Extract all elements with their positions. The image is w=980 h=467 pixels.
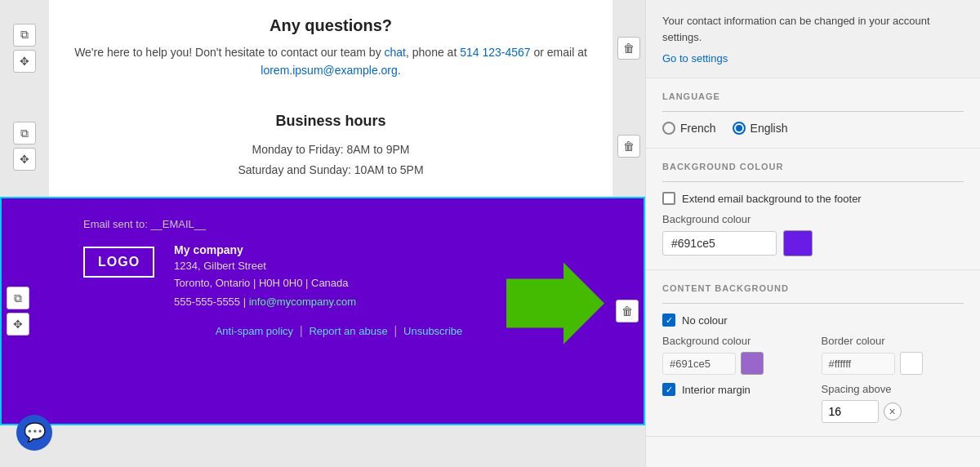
- questions-block: ⧉ ✥ Any questions? We're here to help yo…: [0, 0, 645, 96]
- chat-bubble-button[interactable]: 💬: [16, 415, 52, 451]
- interior-margin-checkbox: ✓: [662, 383, 675, 396]
- content-bg-colour-swatch[interactable]: [741, 352, 764, 375]
- border-colour-group-row: #ffffff: [822, 352, 964, 375]
- footer-links: Anti-spam policy | Report an abuse | Uns…: [83, 324, 595, 337]
- no-colour-checkbox-row[interactable]: ✓ No colour: [662, 314, 964, 327]
- hours-copy-button[interactable]: ⧉: [13, 122, 36, 145]
- spacing-above-group: Spacing above ×: [822, 383, 964, 423]
- language-section-label: LANGUAGE: [662, 91, 964, 101]
- english-radio-option[interactable]: English: [733, 122, 788, 135]
- spacing-above-input-row: ×: [822, 400, 964, 423]
- content-bg-colour-group: Background colour #691ce5: [662, 335, 805, 375]
- background-colour-section: BACKGROUND COLOUR Extend email backgroun…: [646, 149, 980, 270]
- language-divider: [662, 111, 964, 112]
- contact-info-text: Your contact information can be changed …: [662, 13, 964, 45]
- chat-icon: 💬: [24, 422, 46, 443]
- border-colour-group-label: Border colour: [822, 335, 964, 347]
- hours-block-controls-left: ⧉ ✥: [0, 96, 49, 197]
- interior-margin-group: ✓ Interior margin: [662, 383, 805, 396]
- no-colour-label: No colour: [682, 314, 728, 327]
- extend-footer-label: Extend email background to the footer: [682, 193, 862, 205]
- editor-panel: ⧉ ✥ Any questions? We're here to help yo…: [0, 0, 645, 467]
- content-bg-colour-group-row: #691ce5: [662, 352, 805, 375]
- hours-move-button[interactable]: ✥: [13, 148, 36, 171]
- questions-block-content: Any questions? We're here to help you! D…: [49, 0, 612, 96]
- footer-block: ⧉ ✥ Email sent to: __EMAIL__ LOGO My com…: [0, 197, 645, 425]
- spacing-above-label: Spacing above: [822, 383, 964, 395]
- language-row: French English: [662, 122, 964, 135]
- footer-delete-button[interactable]: 🗑: [616, 300, 639, 322]
- content-bg-colour-text: #691ce5: [662, 353, 736, 375]
- english-radio-circle: [733, 122, 746, 135]
- footer-address-line1: 1234, Gilbert Street: [174, 258, 595, 275]
- phone-link[interactable]: 514 123-4567: [460, 46, 530, 59]
- content-background-section: CONTENT BACKGROUND ✓ No colour Backgroun…: [646, 270, 980, 437]
- settings-panel: Your contact information can be changed …: [645, 0, 980, 467]
- french-radio-circle: [662, 122, 675, 135]
- questions-delete-button[interactable]: 🗑: [617, 37, 640, 60]
- content-background-label: CONTENT BACKGROUND: [662, 283, 964, 293]
- questions-copy-button[interactable]: ⧉: [13, 24, 36, 47]
- language-section: LANGUAGE French English: [646, 78, 980, 149]
- footer-phone-email: 555-555-5555 | info@mycompany.com: [174, 296, 595, 308]
- footer-info: My company 1234, Gilbert Street Toronto,…: [174, 243, 595, 308]
- footer-company: My company: [174, 243, 595, 256]
- border-colour-group: Border colour #ffffff: [822, 335, 964, 375]
- footer-email-line: Email sent to: __EMAIL__: [83, 218, 595, 230]
- interior-margin-label: Interior margin: [682, 384, 751, 396]
- bg-colour-label: Background colour: [662, 213, 964, 225]
- content-bg-colour-row: Background colour #691ce5 Border colour …: [662, 335, 964, 375]
- hours-title: Business hours: [74, 113, 588, 130]
- footer-block-controls-left: ⧉ ✥: [0, 280, 36, 342]
- content-bg-colour-group-label: Background colour: [662, 335, 805, 347]
- background-colour-section-label: BACKGROUND COLOUR: [662, 162, 964, 171]
- no-colour-checkbox: ✓: [662, 314, 675, 327]
- french-radio-option[interactable]: French: [662, 122, 716, 135]
- chat-link[interactable]: chat: [385, 46, 406, 59]
- bg-colour-swatch[interactable]: [783, 230, 813, 256]
- border-colour-text: #ffffff: [822, 353, 895, 375]
- unsubscribe-link[interactable]: Unsubscribe: [403, 325, 462, 337]
- spacing-above-clear-button[interactable]: ×: [884, 403, 902, 420]
- content-bg-divider: [662, 303, 964, 304]
- questions-title: Any questions?: [74, 16, 588, 35]
- footer-email-link[interactable]: info@mycompany.com: [249, 296, 356, 308]
- french-label: French: [680, 122, 716, 135]
- bg-colour-input-row: [662, 230, 964, 256]
- footer-move-button[interactable]: ✥: [7, 313, 29, 336]
- hours-block-content: Business hours Monday to Friday: 8AM to …: [49, 96, 612, 197]
- questions-block-controls-left: ⧉ ✥: [0, 0, 49, 96]
- footer-copy-button[interactable]: ⧉: [7, 287, 29, 309]
- hours-text: Monday to Friday: 8AM to 9PM Saturday an…: [74, 140, 588, 180]
- footer-logo: LOGO: [83, 247, 154, 278]
- spacing-above-input[interactable]: [822, 400, 879, 423]
- border-colour-swatch[interactable]: [900, 352, 923, 375]
- bg-colour-divider: [662, 181, 964, 182]
- email-link[interactable]: lorem.ipsum@example.org: [261, 64, 398, 77]
- questions-text: We're here to help you! Don't hesitate t…: [74, 43, 588, 80]
- hours-delete-button[interactable]: 🗑: [617, 135, 640, 158]
- interior-margin-checkbox-row[interactable]: ✓ Interior margin: [662, 383, 805, 396]
- hours-block: ⧉ ✥ Business hours Monday to Friday: 8AM…: [0, 96, 645, 197]
- bg-colour-input[interactable]: [662, 231, 777, 256]
- hours-block-controls-right: 🗑: [612, 96, 645, 197]
- footer-address-line2: Toronto, Ontario | H0H 0H0 | Canada: [174, 275, 595, 292]
- questions-block-controls-right: 🗑: [612, 0, 645, 96]
- anti-spam-link[interactable]: Anti-spam policy: [216, 325, 293, 337]
- extend-footer-checkbox-row[interactable]: Extend email background to the footer: [662, 192, 964, 205]
- footer-content: Email sent to: __EMAIL__ LOGO My company…: [0, 197, 645, 425]
- contact-info-box: Your contact information can be changed …: [646, 0, 980, 78]
- footer-block-controls-right: 🗑: [616, 300, 639, 322]
- extend-footer-checkbox: [662, 192, 675, 205]
- margin-spacing-row: ✓ Interior margin Spacing above ×: [662, 383, 964, 423]
- footer-main: LOGO My company 1234, Gilbert Street Tor…: [83, 243, 595, 308]
- report-abuse-link[interactable]: Report an abuse: [309, 325, 387, 337]
- go-to-settings-link[interactable]: Go to settings: [662, 52, 728, 64]
- english-label: English: [751, 122, 788, 135]
- questions-move-button[interactable]: ✥: [13, 50, 36, 73]
